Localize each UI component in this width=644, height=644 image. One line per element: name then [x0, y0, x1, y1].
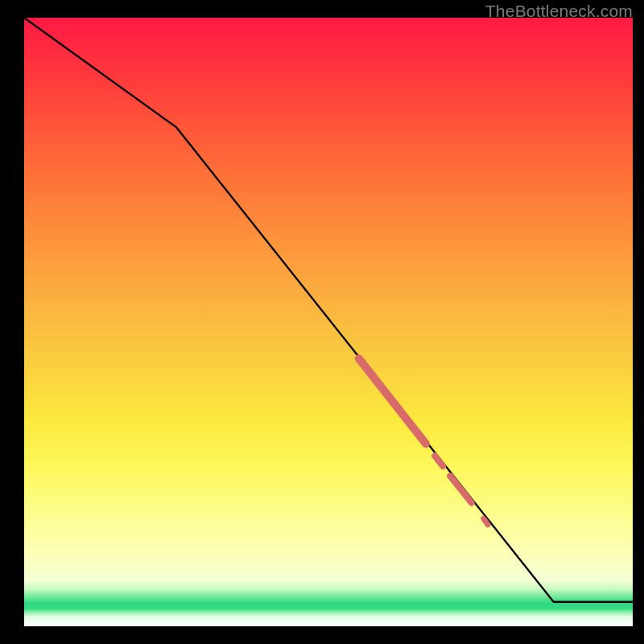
highlight-segment-0 — [359, 358, 426, 444]
highlight-markers-group — [359, 358, 488, 524]
chart-frame: TheBottleneck.com — [0, 0, 644, 644]
data-line-group — [24, 18, 633, 602]
highlight-segment-3 — [484, 518, 488, 525]
highlight-segment-1 — [435, 456, 443, 466]
chart-overlay-svg — [24, 18, 633, 626]
data-line — [24, 18, 633, 602]
highlight-segment-2 — [450, 476, 471, 502]
